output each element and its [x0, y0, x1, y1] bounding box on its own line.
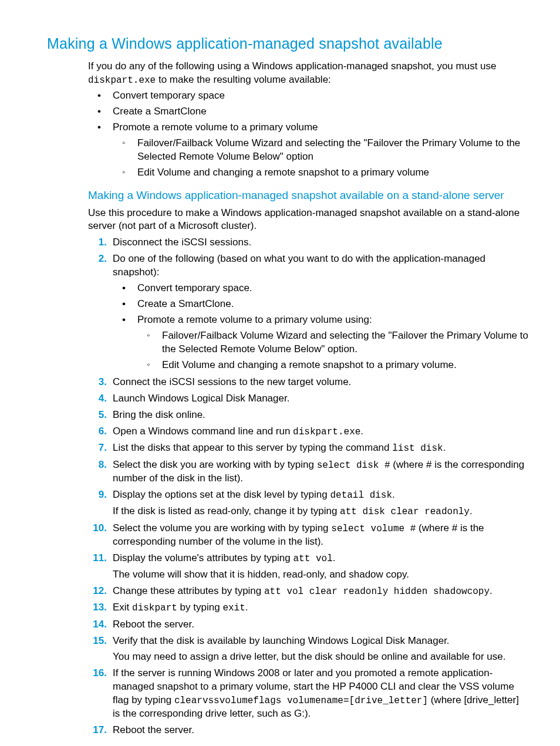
- step-code: list disk: [392, 443, 443, 454]
- step-item: Do one of the following (based on what y…: [88, 252, 528, 372]
- list-item: Promote a remote volume to a primary vol…: [113, 313, 528, 372]
- step-text: Do one of the following (based on what y…: [113, 253, 485, 278]
- step-item: Display the volume's attributes by typin…: [88, 552, 528, 582]
- step-code: diskpart.exe: [293, 427, 360, 437]
- step-text-after: .: [360, 426, 363, 437]
- step-text-after: .: [245, 602, 248, 613]
- step-item: Change these attributes by typing att vo…: [88, 585, 528, 599]
- step-text: Select the volume you are working with b…: [113, 522, 331, 534]
- step-text: Display the volume's attributes by typin…: [113, 552, 294, 563]
- section-intro: Use this procedure to make a Windows app…: [88, 207, 528, 234]
- list-item-label: Promote a remote volume to a primary vol…: [137, 314, 372, 325]
- step-text-after: .: [333, 552, 336, 563]
- step-item: Reboot the server.: [88, 618, 528, 632]
- step-item: If the server is running Windows 2008 or…: [88, 667, 528, 721]
- step-item: Open a Windows command line and run disk…: [88, 425, 528, 439]
- step-item: Bring the disk online.: [88, 409, 528, 422]
- step-item: Launch Windows Logical Disk Manager.: [88, 392, 528, 406]
- step-item: Disconnect the iSCSI sessions.: [88, 236, 528, 249]
- step-text: Select the disk you are working with by …: [113, 459, 317, 470]
- step-sub-bullets: Convert temporary space. Create a SmartC…: [113, 282, 528, 372]
- step-item: Connect the iSCSI sessions to the new ta…: [88, 376, 528, 389]
- step-code: exit: [222, 603, 245, 613]
- step-text-mid: by typing: [177, 602, 223, 613]
- step-item: Reboot the server.: [88, 724, 528, 737]
- intro-text-before: If you do any of the following using a W…: [88, 60, 497, 72]
- list-item: Convert temporary space.: [113, 282, 528, 295]
- step-item: List the disks that appear to this serve…: [88, 441, 528, 455]
- step-extra: You may need to assign a drive letter, b…: [113, 650, 528, 664]
- step-text: List the disks that appear to this serve…: [113, 442, 392, 453]
- intro-code: diskpart.exe: [88, 75, 156, 86]
- list-item: Convert temporary space: [88, 89, 528, 103]
- list-item: Failover/Failback Volume Wizard and sele…: [113, 137, 528, 164]
- step-code: detail disk: [330, 490, 392, 501]
- list-item: Failover/Failback Volume Wizard and sele…: [137, 329, 528, 356]
- step-item: Select the volume you are working with b…: [88, 522, 528, 549]
- step-text: Change these attributes by typing: [113, 585, 264, 596]
- section-subtitle: Making a Windows application-managed sna…: [88, 188, 528, 203]
- step-code: select volume #: [331, 524, 416, 534]
- step-code: clearvssvolumeflags volumename=[drive_le…: [174, 696, 428, 706]
- steps-list: Disconnect the iSCSI sessions. Do one of…: [88, 236, 528, 737]
- sub-list: Failover/Failback Volume Wizard and sele…: [113, 137, 528, 180]
- step-extra: The volume will show that it is hidden, …: [113, 568, 528, 582]
- step-code: diskpart: [132, 603, 177, 613]
- step-item: Select the disk you are working with by …: [88, 458, 528, 486]
- intro-paragraph: If you do any of the following using a W…: [88, 60, 528, 87]
- step-item: Verify that the disk is available by lau…: [88, 634, 528, 664]
- step-item: Display the options set at the disk leve…: [88, 488, 528, 518]
- list-item: Promote a remote volume to a primary vol…: [88, 121, 528, 180]
- list-item: Edit Volume and changing a remote snapsh…: [137, 359, 528, 372]
- page-title: Making a Windows application-managed sna…: [47, 34, 528, 54]
- step-text-after: .: [443, 442, 446, 453]
- step-code: select disk #: [317, 460, 390, 471]
- step-item: Exit diskpart by typing exit.: [88, 601, 528, 615]
- step-text: Display the options set at the disk leve…: [113, 489, 330, 500]
- list-item: Edit Volume and changing a remote snapsh…: [113, 166, 528, 180]
- intro-text-after: to make the resulting volume available:: [156, 74, 331, 85]
- step-code: att disk clear readonly: [340, 507, 470, 517]
- step-extra: If the disk is listed as read-only, chan…: [113, 505, 528, 519]
- list-item: Create a SmartClone: [88, 105, 528, 119]
- step-text: Verify that the disk is available by lau…: [113, 635, 450, 646]
- step-text: Exit: [113, 602, 132, 613]
- step-code: att vol clear readonly hidden shadowcopy: [264, 586, 490, 597]
- step-text: If the disk is listed as read-only, chan…: [113, 505, 340, 517]
- list-item: Create a SmartClone.: [113, 298, 528, 311]
- content-block: If you do any of the following using a W…: [88, 60, 528, 737]
- step-code: att vol: [294, 553, 333, 564]
- list-item-label: Promote a remote volume to a primary vol…: [113, 121, 318, 133]
- step-text-after: .: [470, 505, 473, 517]
- step-text-after: .: [490, 585, 492, 596]
- step-text-after: .: [392, 489, 395, 500]
- step-text: Open a Windows command line and run: [113, 426, 293, 437]
- top-bullet-list: Convert temporary space Create a SmartCl…: [88, 89, 528, 180]
- step-sub-sub: Failover/Failback Volume Wizard and sele…: [137, 329, 528, 372]
